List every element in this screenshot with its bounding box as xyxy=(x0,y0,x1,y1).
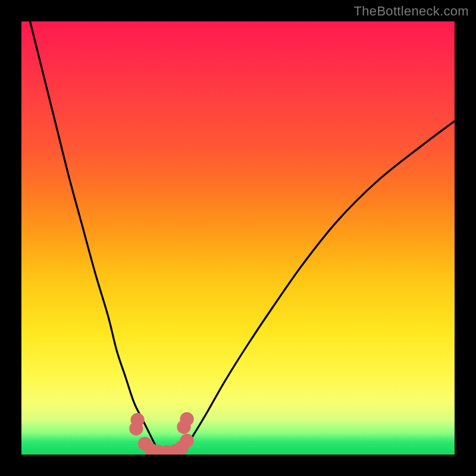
data-dot xyxy=(180,412,193,426)
chart-svg xyxy=(21,21,455,455)
plot-area xyxy=(21,21,455,455)
right-curve xyxy=(177,121,455,455)
data-dot xyxy=(180,434,193,447)
outer-frame: TheBottleneck.com xyxy=(0,0,476,476)
dot-group xyxy=(129,412,193,455)
watermark-text: TheBottleneck.com xyxy=(354,4,469,19)
data-dot xyxy=(130,413,144,427)
left-curve xyxy=(30,21,160,455)
